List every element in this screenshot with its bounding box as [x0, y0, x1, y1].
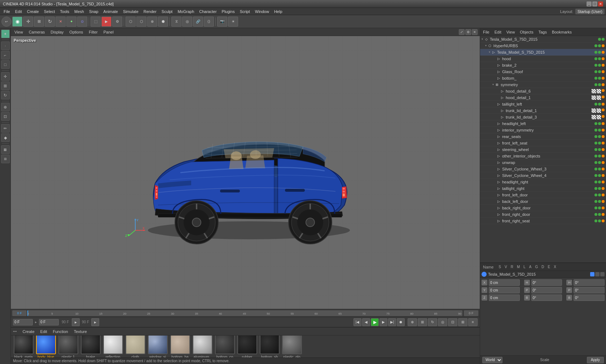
om-menu-objects[interactable]: Objects: [518, 29, 535, 35]
om-item-steering_wheel[interactable]: ▷steering_wheel: [480, 146, 606, 153]
menu-mesh[interactable]: Mesh: [72, 9, 86, 14]
om-item-silver_cyclone_wheel_4[interactable]: ▷Silver_Cyclone_Wheel_4: [480, 172, 606, 179]
transport-icon1[interactable]: ⊕: [408, 318, 417, 326]
material-item-window_si[interactable]: window_si: [147, 336, 168, 358]
om-item-brake_2[interactable]: ▷brake_2: [480, 62, 606, 68]
menu-help[interactable]: Help: [272, 9, 285, 14]
om-item-hood_detail_1[interactable]: ▷hood_detail_1: [480, 94, 606, 101]
menu-file[interactable]: File: [1, 9, 12, 14]
left-grid[interactable]: ⊞: [1, 155, 10, 163]
toolbar-move[interactable]: ✛: [23, 17, 33, 27]
transport-btn-settings2[interactable]: ▸: [91, 318, 99, 326]
left-rotate[interactable]: ↻: [1, 91, 10, 99]
material-item-brake[interactable]: brake: [80, 336, 101, 358]
om-item-tesla_model_s_75d_2015[interactable]: ▾◇Tesla_Model_S_75D_2015: [480, 36, 606, 43]
menu-mograph[interactable]: MoGraph: [175, 9, 196, 14]
material-item-cloth_4[interactable]: cloth: [125, 336, 146, 358]
vp-menu-cameras[interactable]: Cameras: [27, 29, 47, 35]
toolbar-camera[interactable]: 📷: [217, 17, 227, 27]
am-z-pos[interactable]: 0 cm: [489, 294, 520, 301]
menu-sculpt[interactable]: Sculpt: [159, 9, 175, 14]
mat-menu-edit[interactable]: Edit: [39, 329, 49, 334]
material-item-body_blue[interactable]: body_blue: [35, 336, 56, 358]
material-item-reflection[interactable]: reflection: [102, 336, 123, 358]
transport-record[interactable]: ⏺: [397, 318, 405, 326]
menu-select[interactable]: Select: [42, 9, 57, 14]
left-move[interactable]: ✛: [1, 72, 10, 81]
menu-snap[interactable]: Snap: [87, 9, 101, 14]
toolbar-render-region[interactable]: ⬚: [91, 17, 101, 27]
om-item-back_left_door[interactable]: ▷back_left_door: [480, 198, 606, 205]
material-item-bottom_sh[interactable]: bottom_sh: [259, 336, 280, 358]
viewport[interactable]: Perspective: [11, 36, 480, 309]
toolbar-render[interactable]: ▶: [101, 17, 111, 27]
om-item-interior_symmetry[interactable]: ▷interior_symmetry: [480, 127, 606, 133]
am-p-size[interactable]: 0°: [574, 287, 605, 293]
timeline-track[interactable]: 0 5 10 15 20 25 30 35 40 45 50 55 60 65 …: [27, 310, 462, 316]
toolbar-poly4[interactable]: ⬢: [158, 17, 168, 27]
material-item-plastic_1[interactable]: plastic 1: [58, 336, 79, 358]
toolbar-poly2[interactable]: ⬡: [136, 17, 146, 27]
expand-arrow[interactable]: ▾: [489, 50, 490, 54]
toolbar-anim2[interactable]: ◎: [182, 17, 192, 27]
vp-menu-filter[interactable]: Filter: [87, 29, 99, 35]
toolbar-render-settings[interactable]: ⚙: [112, 17, 122, 27]
maximize-button[interactable]: □: [592, 1, 597, 6]
om-item-front_left_seat[interactable]: ▷front_left_seat: [480, 140, 606, 146]
transport-icon6[interactable]: ⊞: [458, 318, 467, 326]
om-item-taillight_right[interactable]: ▷taillight_right: [480, 185, 606, 192]
left-xref[interactable]: ⊡: [1, 112, 10, 121]
om-item-back_right_door[interactable]: ▷back_right_door: [480, 205, 606, 211]
menu-window[interactable]: Window: [253, 9, 271, 14]
toolbar-undo[interactable]: ↩: [1, 17, 12, 27]
om-item-headlight_right[interactable]: ▷headlight_right: [480, 179, 606, 185]
om-item-front_right_seat[interactable]: ▷front_right_seat: [480, 218, 606, 224]
transport-play[interactable]: ▶: [371, 318, 379, 326]
menu-script[interactable]: Script: [238, 9, 252, 14]
transport-icon2[interactable]: ⊞: [418, 318, 427, 326]
am-b-rot[interactable]: 0°: [531, 294, 562, 301]
left-point-mode[interactable]: ·: [1, 41, 10, 50]
material-item-plastic_glo[interactable]: plastic_glo: [281, 336, 302, 358]
vp-close[interactable]: ✕: [472, 29, 478, 35]
am-apply-button[interactable]: Apply: [587, 357, 604, 363]
current-frame-display[interactable]: [39, 319, 59, 325]
left-paint[interactable]: ✏: [1, 124, 10, 133]
expand-arrow[interactable]: ▾: [492, 83, 494, 86]
om-item-symmetry[interactable]: ▾⊞symmetry: [480, 81, 606, 88]
toolbar-cmd3[interactable]: ⊙: [77, 17, 87, 27]
mat-menu-texture[interactable]: Texture: [73, 329, 88, 334]
am-h-size[interactable]: 0°: [574, 279, 605, 286]
am-y-pos[interactable]: 0 cm: [489, 287, 520, 293]
am-world-select[interactable]: World: [482, 357, 502, 363]
material-item-bottom_ba[interactable]: bottom_ba: [170, 336, 190, 358]
close-button[interactable]: ✕: [598, 1, 603, 6]
om-menu-tags[interactable]: Tags: [537, 29, 548, 35]
toolbar-anim3[interactable]: 🔗: [193, 17, 203, 27]
om-item-hood[interactable]: ▷hood: [480, 56, 606, 62]
toolbar-live-selection[interactable]: ◉: [12, 17, 22, 27]
mat-menu-function[interactable]: Function: [52, 329, 70, 334]
am-p-rot[interactable]: 0°: [531, 287, 562, 293]
vp-maximize[interactable]: ⤢: [459, 29, 465, 35]
om-item-trunk_lid_detail_3[interactable]: ▷trunk_lid_detail_3: [480, 114, 606, 120]
om-item-hood_detail_6[interactable]: ▷hood_detail_6: [480, 88, 606, 94]
vp-menu-view[interactable]: View: [13, 29, 25, 35]
transport-prev-frame[interactable]: ◀: [362, 318, 370, 326]
om-item-front_right_door[interactable]: ▷front_right_door: [480, 211, 606, 218]
om-menu-edit[interactable]: Edit: [493, 29, 503, 35]
left-polygon-mode[interactable]: □: [1, 60, 10, 69]
toolbar-light[interactable]: ☀: [228, 17, 238, 27]
am-x-pos[interactable]: 0 cm: [489, 279, 520, 286]
transport-next-frame[interactable]: ▶: [379, 318, 387, 326]
menu-character[interactable]: Character: [197, 9, 219, 14]
menu-plugins[interactable]: Plugins: [220, 9, 237, 14]
menu-simulate[interactable]: Simulate: [121, 9, 141, 14]
om-item-hypernurbs[interactable]: ▾⬡HyperNURBS: [480, 43, 606, 49]
transport-icon3[interactable]: ↻: [428, 318, 437, 326]
menu-tools[interactable]: Tools: [58, 9, 71, 14]
transport-icon5[interactable]: ⊡: [448, 318, 457, 326]
om-item-other_interior_objects[interactable]: ▷other_interior_objects: [480, 153, 606, 159]
vp-menu-display[interactable]: Display: [49, 29, 65, 35]
left-scale[interactable]: ⊞: [1, 81, 10, 90]
